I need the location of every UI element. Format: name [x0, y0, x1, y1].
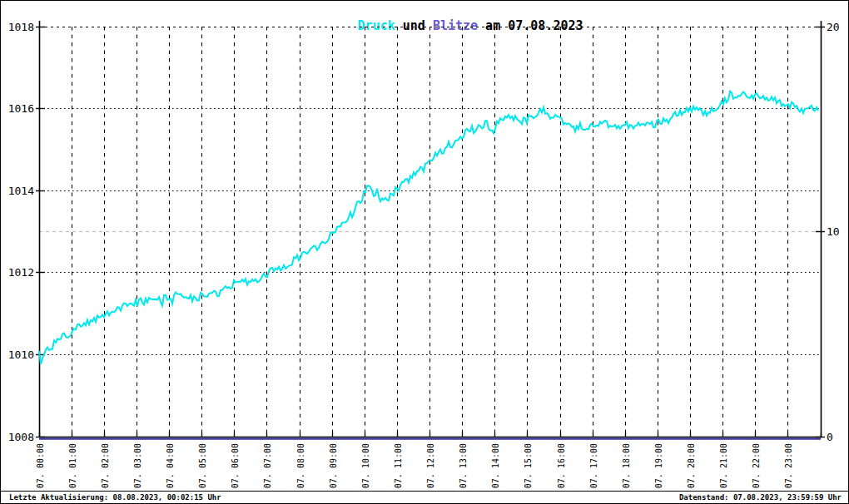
- x-tick-label: 07. 20:00: [687, 443, 696, 488]
- y-left-tick-label: 1018: [8, 21, 34, 33]
- x-tick-label: 07. 00:00: [36, 443, 45, 488]
- x-tick-label: 07. 06:00: [231, 443, 240, 488]
- x-tick-label: 07. 11:00: [394, 443, 403, 488]
- status-bar: Letzte Aktualisierung: 08.08.2023, 00:02…: [1, 491, 848, 503]
- x-tick-label: 07. 17:00: [589, 443, 598, 488]
- y-left-tick-label: 1014: [8, 185, 34, 197]
- x-tick-label: 07. 03:00: [133, 443, 142, 488]
- x-tick-label: 07. 12:00: [426, 443, 435, 488]
- pressure-lightning-chart: 1008101010121014101610180102007. 00:0007…: [1, 1, 849, 491]
- x-tick-label: 07. 15:00: [524, 443, 533, 488]
- axis-labels: 1008101010121014101610180102007. 00:0007…: [8, 21, 840, 489]
- x-tick-label: 07. 02:00: [101, 443, 110, 488]
- x-tick-label: 07. 10:00: [361, 443, 370, 488]
- y-right-tick-label: 20: [827, 21, 840, 33]
- x-tick-label: 07. 22:00: [752, 443, 761, 488]
- x-tick-label: 07. 08:00: [296, 443, 305, 488]
- last-update-text: Letzte Aktualisierung: 08.08.2023, 00:02…: [9, 493, 221, 502]
- y-left-tick-label: 1010: [8, 348, 34, 361]
- data-state-text: Datenstand: 07.08.2023, 23:59:59 Uhr: [679, 493, 842, 502]
- y-left-tick-label: 1016: [8, 102, 34, 115]
- x-tick-label: 07. 01:00: [68, 443, 77, 488]
- x-tick-label: 07. 04:00: [166, 443, 175, 488]
- chart-window: Druck und Blitze am 07.08.2023 100810101…: [0, 0, 849, 504]
- y-right-tick-label: 0: [827, 431, 833, 443]
- x-tick-label: 07. 07:00: [263, 443, 272, 488]
- x-tick-label: 07. 13:00: [459, 443, 468, 488]
- y-left-tick-label: 1008: [8, 431, 34, 443]
- y-right-tick-label: 10: [827, 225, 840, 238]
- gridlines: [39, 27, 821, 437]
- x-tick-label: 07. 05:00: [198, 443, 207, 488]
- y-left-tick-label: 1012: [8, 266, 34, 279]
- x-tick-label: 07. 14:00: [491, 443, 500, 488]
- x-tick-label: 07. 18:00: [622, 443, 631, 488]
- x-tick-label: 07. 21:00: [719, 443, 728, 488]
- druck-series-line: [39, 91, 818, 364]
- x-tick-label: 07. 23:00: [784, 443, 793, 488]
- x-tick-label: 07. 19:00: [654, 443, 663, 488]
- x-tick-label: 07. 09:00: [329, 443, 338, 488]
- x-tick-label: 07. 16:00: [557, 443, 566, 488]
